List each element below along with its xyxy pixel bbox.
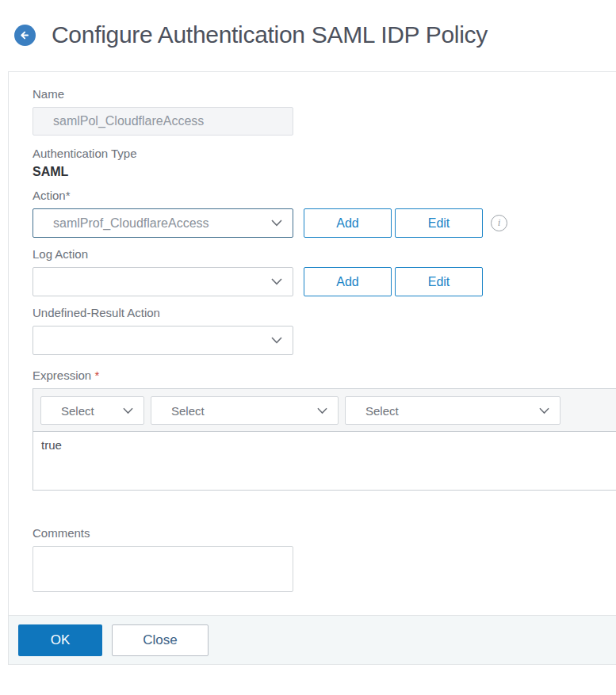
- action-row: samlProf_CloudflareAccess Add Edit i: [33, 208, 616, 238]
- page-header: Configure Authentication SAML IDP Policy: [0, 0, 616, 48]
- auth-type-label: Authentication Type: [33, 147, 616, 161]
- expression-select-1[interactable]: Select: [40, 396, 144, 425]
- info-icon[interactable]: i: [491, 215, 507, 231]
- log-action-select[interactable]: [33, 267, 293, 296]
- action-label: Action*: [33, 189, 616, 203]
- page-title: Configure Authentication SAML IDP Policy: [52, 21, 488, 48]
- chevron-down-icon: [539, 407, 549, 414]
- form-content: Name Authentication Type SAML Action* sa…: [9, 72, 616, 615]
- expression-select-1-value: Select: [61, 404, 94, 418]
- auth-type-value: SAML: [33, 165, 616, 179]
- form-panel: Name Authentication Type SAML Action* sa…: [8, 71, 616, 665]
- back-button[interactable]: [14, 25, 36, 46]
- required-asterisk: *: [94, 369, 99, 382]
- expression-label: Expression *: [33, 369, 616, 383]
- action-select-value: samlProf_CloudflareAccess: [53, 216, 209, 231]
- expression-select-3-value: Select: [365, 404, 399, 418]
- chevron-down-icon: [271, 278, 282, 285]
- expression-select-3[interactable]: Select: [345, 396, 561, 425]
- chevron-down-icon: [123, 407, 133, 414]
- expression-select-2-value: Select: [171, 404, 205, 418]
- log-action-label: Log Action: [33, 247, 616, 262]
- close-button[interactable]: Close: [112, 624, 209, 656]
- chevron-down-icon: [271, 220, 282, 227]
- ok-button[interactable]: OK: [18, 624, 102, 656]
- action-add-button[interactable]: Add: [304, 208, 392, 238]
- expression-label-text: Expression: [33, 369, 91, 382]
- undefined-result-action-row: [33, 326, 616, 355]
- action-edit-button[interactable]: Edit: [395, 208, 483, 238]
- undefined-result-action-label: Undefined-Result Action: [33, 306, 616, 320]
- expression-textarea[interactable]: true: [33, 432, 616, 490]
- arrow-left-icon: [18, 29, 32, 42]
- log-action-edit-button[interactable]: Edit: [395, 267, 483, 296]
- action-select[interactable]: samlProf_CloudflareAccess: [33, 208, 293, 238]
- comments-label: Comments: [33, 526, 616, 540]
- chevron-down-icon: [271, 337, 282, 344]
- name-input[interactable]: [33, 107, 293, 136]
- name-label: Name: [33, 87, 616, 101]
- expression-select-2[interactable]: Select: [151, 396, 339, 425]
- log-action-add-button[interactable]: Add: [304, 267, 392, 296]
- form-footer: OK Close: [9, 615, 616, 665]
- expression-editor: Select Select Select: [33, 388, 616, 491]
- expression-toolbar: Select Select Select: [33, 389, 616, 432]
- undefined-result-action-select[interactable]: [33, 326, 293, 355]
- comments-textarea[interactable]: [33, 546, 293, 592]
- chevron-down-icon: [317, 407, 327, 414]
- log-action-row: Add Edit: [33, 267, 616, 296]
